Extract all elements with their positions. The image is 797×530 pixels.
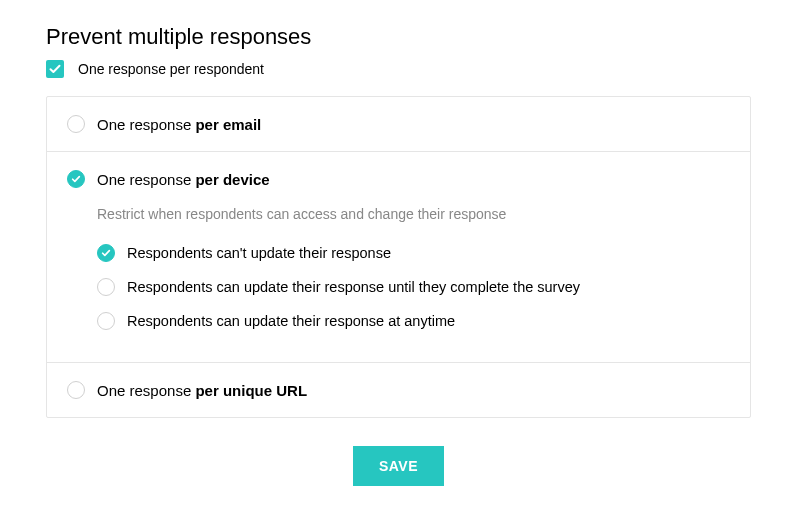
option-label: One response per device	[97, 171, 270, 188]
option-per-url-head[interactable]: One response per unique URL	[67, 381, 730, 399]
per-device-sub: Restrict when respondents can access and…	[67, 188, 730, 344]
radio-icon	[97, 278, 115, 296]
option-label: One response per email	[97, 116, 261, 133]
master-checkbox-row[interactable]: One response per respondent	[46, 60, 751, 78]
page-title: Prevent multiple responses	[46, 24, 751, 50]
sub-options: Respondents can't update their response …	[97, 236, 730, 338]
option-per-device-head[interactable]: One response per device	[67, 170, 730, 188]
sub-choice-label: Respondents can update their response at…	[127, 313, 455, 329]
option-per-email-head[interactable]: One response per email	[67, 115, 730, 133]
sub-choice-no-update[interactable]: Respondents can't update their response	[97, 236, 730, 270]
sub-choice-label: Respondents can't update their response	[127, 245, 391, 261]
sub-choice-label: Respondents can update their response un…	[127, 279, 580, 295]
options-panel: One response per email One response per …	[46, 96, 751, 418]
radio-icon	[67, 115, 85, 133]
radio-icon	[97, 312, 115, 330]
master-checkbox-label: One response per respondent	[78, 61, 264, 77]
save-button[interactable]: SAVE	[353, 446, 444, 486]
sub-description: Restrict when respondents can access and…	[97, 206, 730, 222]
radio-icon	[67, 381, 85, 399]
option-per-email: One response per email	[47, 97, 750, 152]
option-per-url: One response per unique URL	[47, 363, 750, 417]
sub-choice-until-complete[interactable]: Respondents can update their response un…	[97, 270, 730, 304]
radio-icon-selected	[97, 244, 115, 262]
option-per-device: One response per device Restrict when re…	[47, 152, 750, 363]
option-label: One response per unique URL	[97, 382, 307, 399]
sub-choice-anytime[interactable]: Respondents can update their response at…	[97, 304, 730, 338]
checkbox-icon	[46, 60, 64, 78]
radio-icon-selected	[67, 170, 85, 188]
save-wrap: SAVE	[46, 446, 751, 486]
